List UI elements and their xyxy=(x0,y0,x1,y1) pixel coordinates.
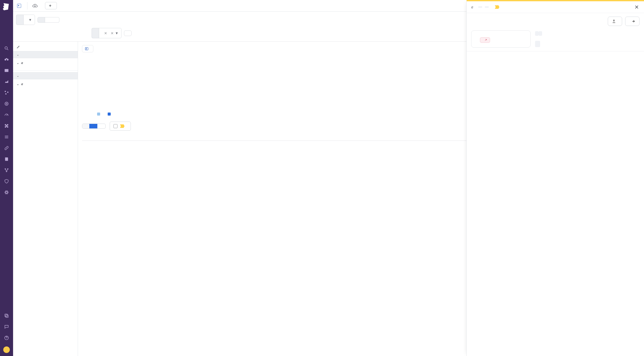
svg-rect-19 xyxy=(85,48,88,50)
costper-line-chart xyxy=(559,113,640,143)
breakdown-option[interactable] xyxy=(97,124,105,128)
flow-icon[interactable] xyxy=(4,168,9,173)
view-service-button[interactable] xyxy=(625,17,639,26)
search-icon[interactable] xyxy=(4,46,9,51)
aggregate-option[interactable] xyxy=(89,124,97,128)
help-icon[interactable] xyxy=(4,335,9,340)
atom-icon[interactable] xyxy=(4,190,9,195)
filter-by-value[interactable] xyxy=(45,17,52,23)
cloud-cost-icon xyxy=(32,3,38,9)
svg-rect-16 xyxy=(6,315,8,317)
svg-point-13 xyxy=(5,192,9,193)
svg-point-5 xyxy=(5,91,6,92)
divider xyxy=(27,2,27,10)
svg-point-9 xyxy=(6,103,7,104)
header-tabs xyxy=(71,2,87,10)
cost-change-panel: a xyxy=(466,0,644,356)
svg-rect-1 xyxy=(5,59,6,61)
export-notebook-button[interactable] xyxy=(608,17,622,26)
svg-rect-17 xyxy=(5,314,7,316)
caret-down-icon: ▾ xyxy=(116,31,118,35)
checkbox-icon xyxy=(113,124,117,128)
svg-rect-2 xyxy=(7,59,9,61)
link-icon[interactable] xyxy=(4,146,9,151)
facet-row[interactable]: ⌄a xyxy=(13,79,78,89)
tab-overview[interactable] xyxy=(71,2,73,10)
chevron-down-icon: ⌄ xyxy=(17,82,19,86)
svg-point-0 xyxy=(5,47,7,49)
chat-icon[interactable] xyxy=(4,324,9,329)
caret-down-icon: ▾ xyxy=(29,17,31,22)
metric-type-select[interactable]: ▾ xyxy=(23,15,35,25)
list-icon[interactable] xyxy=(4,134,9,139)
flag-icon xyxy=(495,5,499,9)
tag-ec2[interactable] xyxy=(478,6,482,8)
graph-nodes-icon[interactable] xyxy=(4,90,9,95)
puzzle-icon[interactable] xyxy=(4,123,9,128)
analytics-icon[interactable] xyxy=(4,79,9,84)
shield-icon[interactable] xyxy=(4,179,9,184)
metric-type-label xyxy=(16,15,23,25)
remove-chip-icon[interactable]: ✕ xyxy=(111,31,114,35)
summary-description xyxy=(535,30,639,48)
dashboard-icon[interactable] xyxy=(4,68,9,73)
book-icon[interactable] xyxy=(4,157,9,162)
analyze-as-toggle xyxy=(82,124,106,129)
what-happened-card xyxy=(471,30,531,48)
svg-point-7 xyxy=(5,93,7,95)
datadog-logo[interactable] xyxy=(2,2,11,11)
svg-point-12 xyxy=(6,171,7,172)
user-avatar[interactable] xyxy=(3,346,10,353)
aws-icon: a xyxy=(21,61,23,65)
svg-point-6 xyxy=(7,92,9,93)
spend-line-chart xyxy=(471,60,640,108)
chevron-down-icon: ⌄ xyxy=(17,61,19,65)
chevron-down-icon: ⌄ xyxy=(17,74,19,78)
tag-web-store[interactable] xyxy=(485,6,489,8)
gauge-icon[interactable] xyxy=(4,112,9,117)
group-by-label xyxy=(92,28,99,38)
target-icon[interactable] xyxy=(4,101,9,106)
chevron-down-icon: ⌄ xyxy=(17,53,19,56)
svg-rect-3 xyxy=(6,58,7,59)
views-button[interactable] xyxy=(17,4,23,8)
save-button[interactable] xyxy=(45,2,57,9)
aws-custom-section[interactable]: ⌄ xyxy=(13,72,78,79)
pct-increase-badge xyxy=(480,37,490,43)
remove-chip-icon[interactable]: ✕ xyxy=(104,31,107,35)
panel-header: a xyxy=(467,1,644,13)
binoculars-icon[interactable] xyxy=(4,57,9,62)
aws-icon: a xyxy=(21,82,23,86)
page-title xyxy=(32,3,41,9)
facet-aws-product[interactable]: ⌄ a xyxy=(17,61,25,65)
filters-sidebar: ⌄ ⌄ a ⌄ xyxy=(13,42,78,356)
left-nav-rail xyxy=(0,0,13,356)
group-by-select[interactable]: ✕ ✕ ▾ xyxy=(99,28,122,38)
pencil-icon[interactable] xyxy=(17,45,20,49)
views-icon xyxy=(17,4,21,8)
team-tag[interactable] xyxy=(535,41,540,47)
filter-by-label xyxy=(37,17,45,23)
resources-line-chart xyxy=(471,113,552,143)
hide-controls-button[interactable] xyxy=(82,45,93,52)
copy-icon[interactable] xyxy=(4,313,9,318)
flag-icon xyxy=(120,124,125,128)
close-icon[interactable] xyxy=(634,4,639,10)
svg-point-11 xyxy=(7,168,8,169)
svg-point-10 xyxy=(5,168,6,169)
top-changes-toggle[interactable] xyxy=(110,122,131,131)
aws-bill-section[interactable]: ⌄ xyxy=(13,51,78,58)
svg-rect-4 xyxy=(5,69,9,72)
rollup-select[interactable] xyxy=(124,30,132,36)
svg-point-8 xyxy=(5,102,8,105)
tags-input[interactable] xyxy=(52,17,59,23)
aws-icon: a xyxy=(471,5,473,9)
